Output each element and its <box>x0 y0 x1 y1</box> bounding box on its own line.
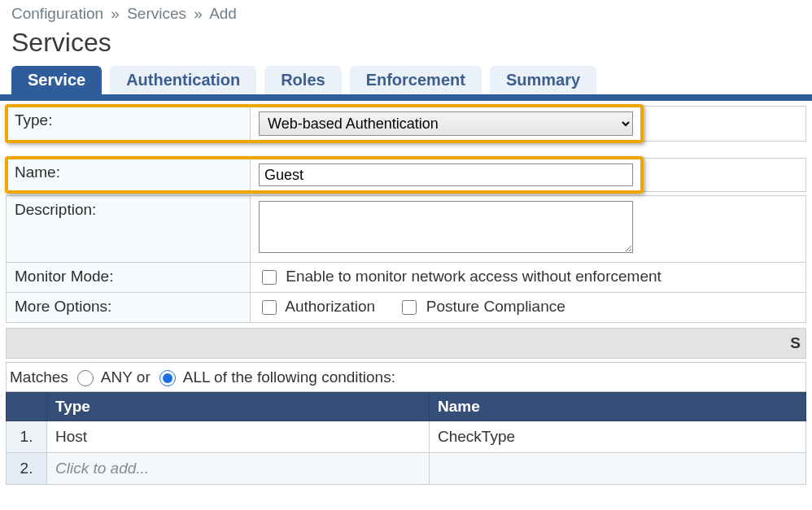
tab-authentication[interactable]: Authentication <box>110 66 256 94</box>
matches-row: Matches ANY or ALL of the following cond… <box>6 362 806 392</box>
name-input[interactable] <box>259 163 633 186</box>
cond-header-name: Name <box>430 393 806 421</box>
description-textarea[interactable] <box>259 201 633 253</box>
cond-row1-num: 1. <box>7 421 47 453</box>
cond-row2-add[interactable]: Click to add... <box>47 453 430 485</box>
tab-summary[interactable]: Summary <box>490 66 596 94</box>
authorization-checkbox[interactable] <box>262 300 277 315</box>
cond-row1-name[interactable]: CheckType <box>430 421 806 453</box>
matches-any-label: ANY or <box>101 368 151 386</box>
table-row[interactable]: 2. Click to add... <box>7 453 806 485</box>
section-header-bar: S <box>6 328 806 359</box>
name-label: Name: <box>7 159 251 192</box>
type-label: Type: <box>7 107 251 142</box>
monitor-mode-checkbox[interactable] <box>262 270 277 285</box>
tab-service[interactable]: Service <box>11 66 102 94</box>
cond-header-num <box>7 393 47 421</box>
matches-all-radio[interactable] <box>159 370 176 386</box>
matches-any-radio[interactable] <box>77 370 94 386</box>
authorization-text: Authorization <box>285 298 375 315</box>
monitor-mode-label: Monitor Mode: <box>7 263 251 293</box>
breadcrumb-sep: » <box>194 5 203 22</box>
breadcrumb-sep: » <box>111 5 120 22</box>
cond-row1-type[interactable]: Host <box>47 421 430 453</box>
description-label: Description: <box>7 196 251 263</box>
cond-row2-num: 2. <box>7 453 47 485</box>
monitor-mode-text: Enable to monitor network access without… <box>286 268 661 285</box>
breadcrumb-item-services[interactable]: Services <box>127 5 186 22</box>
page-title: Services <box>11 28 801 58</box>
monitor-mode-option[interactable]: Enable to monitor network access without… <box>259 268 661 285</box>
posture-text: Posture Compliance <box>426 298 565 315</box>
tabs: Service Authentication Roles Enforcement… <box>0 66 812 101</box>
breadcrumb-item-configuration[interactable]: Configuration <box>11 5 103 22</box>
breadcrumb: Configuration » Services » Add <box>0 0 812 24</box>
tab-enforcement[interactable]: Enforcement <box>350 66 482 94</box>
cond-row2-name[interactable] <box>430 453 806 485</box>
authorization-option[interactable]: Authorization <box>259 298 379 315</box>
matches-all-label: ALL of the following conditions: <box>183 368 395 386</box>
type-select[interactable]: Web-based Authentication <box>259 111 633 136</box>
posture-option[interactable]: Posture Compliance <box>399 298 565 315</box>
breadcrumb-item-add: Add <box>209 5 237 22</box>
conditions-table: Type Name 1. Host CheckType 2. Click to … <box>6 392 806 485</box>
posture-checkbox[interactable] <box>402 300 417 315</box>
more-options-label: More Options: <box>7 293 251 323</box>
section-header-cutoff: S <box>790 334 801 352</box>
table-row[interactable]: 1. Host CheckType <box>7 421 806 453</box>
tab-roles[interactable]: Roles <box>264 66 341 94</box>
matches-prefix: Matches <box>10 368 68 386</box>
cond-header-type: Type <box>47 393 430 421</box>
